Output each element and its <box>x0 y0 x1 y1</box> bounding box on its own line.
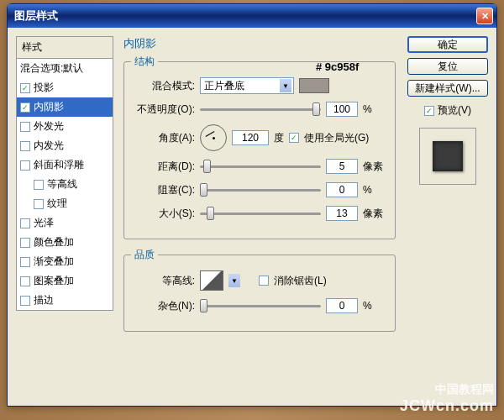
chevron-down-icon[interactable]: ▼ <box>228 274 240 287</box>
preview-toggle-row: 预览(V) <box>424 103 471 118</box>
section-heading: 内阴影 <box>123 36 396 51</box>
ok-button[interactable]: 确定 <box>407 36 488 53</box>
antialias-checkbox[interactable] <box>259 276 269 286</box>
quality-group: 品质 等高线: ▼ 消除锯齿(L) 杂色(N): 0 % <box>123 248 396 332</box>
style-checkbox[interactable] <box>20 276 30 286</box>
choke-label: 阻塞(C): <box>131 183 195 197</box>
styles-panel: 样式 混合选项:默认投影内阴影外发光内发光斜面和浮雕等高线纹理光泽颜色叠加渐变叠… <box>16 36 113 399</box>
size-input[interactable]: 13 <box>326 206 358 221</box>
contour-picker[interactable] <box>200 270 223 291</box>
titlebar[interactable]: 图层样式 ✕ <box>8 4 496 28</box>
noise-slider[interactable] <box>200 297 321 314</box>
blend-mode-label: 混合模式: <box>131 79 195 93</box>
style-checkbox[interactable] <box>20 238 30 248</box>
window-title: 图层样式 <box>14 8 58 24</box>
style-item[interactable]: 斜面和浮雕 <box>17 155 113 175</box>
style-label: 投影 <box>34 81 54 95</box>
opacity-row: 不透明度(O): 100 % <box>131 101 388 118</box>
contour-row: 等高线: ▼ 消除锯齿(L) <box>131 270 388 291</box>
style-label: 渐变叠加 <box>34 255 74 269</box>
settings-panel: 内阴影 结构 混合模式: 正片叠底 ▼ 不透明度(O): 100 % <box>118 36 401 399</box>
style-item[interactable]: 外发光 <box>17 117 113 136</box>
noise-label: 杂色(N): <box>131 299 195 313</box>
antialias-label: 消除锯齿(L) <box>274 274 327 288</box>
cancel-button[interactable]: 复位 <box>407 58 488 75</box>
distance-row: 距离(D): 5 像素 <box>131 158 388 175</box>
noise-row: 杂色(N): 0 % <box>131 297 388 314</box>
structure-group: 结构 混合模式: 正片叠底 ▼ 不透明度(O): 100 % 角度( <box>123 55 396 239</box>
style-checkbox[interactable] <box>20 296 30 306</box>
size-slider[interactable] <box>200 205 321 222</box>
style-item[interactable]: 混合选项:默认 <box>17 59 113 78</box>
angle-dial[interactable] <box>200 124 227 151</box>
style-item[interactable]: 内阴影 <box>17 97 113 117</box>
angle-row: 角度(A): 120 度 使用全局光(G) <box>131 124 388 151</box>
preview-checkbox[interactable] <box>424 106 434 116</box>
style-checkbox[interactable] <box>34 199 44 209</box>
style-item[interactable]: 等高线 <box>17 175 113 194</box>
global-light-checkbox[interactable] <box>289 133 299 143</box>
watermark: 中国教程网 JCWcn.com <box>400 382 494 415</box>
style-checkbox[interactable] <box>20 218 30 228</box>
style-checkbox[interactable] <box>20 122 30 132</box>
style-label: 内发光 <box>34 139 64 153</box>
style-item[interactable]: 光泽 <box>17 213 113 233</box>
close-button[interactable]: ✕ <box>476 8 493 24</box>
style-item[interactable]: 颜色叠加 <box>17 233 113 252</box>
style-item[interactable]: 描边 <box>17 291 113 310</box>
layer-style-dialog: 图层样式 ✕ 样式 混合选项:默认投影内阴影外发光内发光斜面和浮雕等高线纹理光泽… <box>7 3 497 407</box>
color-hex-annotation: # 9c958f <box>316 60 359 73</box>
distance-slider[interactable] <box>200 158 321 175</box>
style-item[interactable]: 图案叠加 <box>17 271 113 291</box>
size-row: 大小(S): 13 像素 <box>131 205 388 222</box>
color-swatch[interactable] <box>299 78 329 93</box>
distance-label: 距离(D): <box>131 160 195 174</box>
styles-list: 混合选项:默认投影内阴影外发光内发光斜面和浮雕等高线纹理光泽颜色叠加渐变叠加图案… <box>16 59 113 311</box>
distance-input[interactable]: 5 <box>326 159 358 174</box>
styles-header: 样式 <box>16 36 113 59</box>
preview-swatch <box>433 141 463 171</box>
style-checkbox[interactable] <box>20 160 30 171</box>
style-label: 颜色叠加 <box>34 235 74 249</box>
contour-label: 等高线: <box>131 274 195 288</box>
choke-slider[interactable] <box>200 181 321 198</box>
style-checkbox[interactable] <box>20 141 30 151</box>
new-style-button[interactable]: 新建样式(W)... <box>407 80 488 97</box>
quality-legend: 品质 <box>131 248 158 262</box>
style-checkbox[interactable] <box>34 180 44 190</box>
style-checkbox[interactable] <box>20 102 30 113</box>
angle-input[interactable]: 120 <box>232 130 269 145</box>
blend-mode-select[interactable]: 正片叠底 ▼ <box>200 77 294 94</box>
style-checkbox[interactable] <box>20 83 30 93</box>
action-panel: 确定 复位 新建样式(W)... 预览(V) <box>406 36 490 399</box>
style-item[interactable]: 纹理 <box>17 194 113 213</box>
opacity-label: 不透明度(O): <box>131 102 195 117</box>
noise-input[interactable]: 0 <box>326 298 358 313</box>
size-label: 大小(S): <box>131 207 195 221</box>
style-label: 等高线 <box>47 177 77 192</box>
style-label: 纹理 <box>47 197 67 211</box>
blend-mode-row: 混合模式: 正片叠底 ▼ <box>131 77 388 94</box>
global-light-label: 使用全局光(G) <box>304 131 369 145</box>
opacity-input[interactable]: 100 <box>326 102 358 117</box>
opacity-slider[interactable] <box>200 101 321 118</box>
preview-box <box>419 128 476 185</box>
style-label: 描边 <box>34 293 54 307</box>
choke-row: 阻塞(C): 0 % <box>131 181 388 198</box>
structure-legend: 结构 <box>131 55 158 69</box>
style-item[interactable]: 内发光 <box>17 136 113 155</box>
chevron-down-icon: ▼ <box>280 79 291 92</box>
style-label: 混合选项:默认 <box>20 61 83 76</box>
dialog-content: 样式 混合选项:默认投影内阴影外发光内发光斜面和浮雕等高线纹理光泽颜色叠加渐变叠… <box>8 28 496 406</box>
style-checkbox[interactable] <box>20 257 30 267</box>
style-item[interactable]: 投影 <box>17 78 113 97</box>
style-item[interactable]: 渐变叠加 <box>17 252 113 271</box>
preview-label: 预览(V) <box>438 103 471 118</box>
style-label: 斜面和浮雕 <box>34 158 84 172</box>
style-label: 光泽 <box>34 216 54 230</box>
style-label: 内阴影 <box>34 100 64 114</box>
style-label: 外发光 <box>34 119 64 134</box>
choke-input[interactable]: 0 <box>326 182 358 197</box>
angle-label: 角度(A): <box>131 131 195 145</box>
style-label: 图案叠加 <box>34 274 74 288</box>
